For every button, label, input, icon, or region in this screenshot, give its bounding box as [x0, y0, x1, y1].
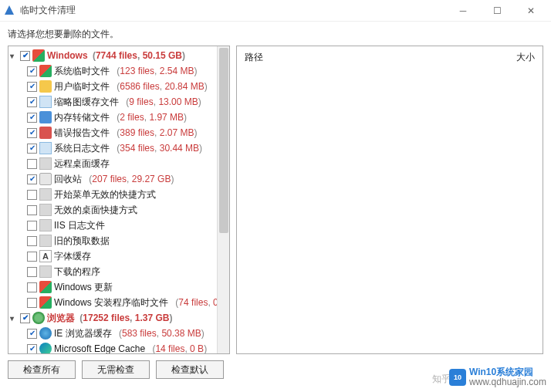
checkbox[interactable]: [27, 329, 37, 339]
tree-item[interactable]: IE 浏览器缓存 (583 files, 50.38 MB): [8, 326, 229, 341]
item-label: 系统临时文件: [54, 65, 110, 78]
titlebar: 临时文件清理 ─ ☐ ✕: [0, 0, 551, 22]
tree-item[interactable]: 内存转储文件 (2 files, 1.97 MB): [8, 110, 229, 125]
expander-icon[interactable]: ▾: [10, 52, 18, 60]
item-label: 无效的桌面快捷方式: [54, 204, 137, 217]
item-label: 开始菜单无效的快捷方式: [54, 188, 156, 201]
tree-group[interactable]: ▾Windows (7744 files, 50.15 GB): [8, 48, 229, 63]
close-button[interactable]: ✕: [520, 3, 542, 19]
checkbox[interactable]: [27, 97, 37, 107]
item-icon: [39, 204, 52, 216]
tree-item[interactable]: 远程桌面缓存: [8, 156, 229, 171]
app-icon: [3, 5, 15, 17]
item-label: 远程桌面缓存: [54, 157, 110, 171]
tree-item[interactable]: 回收站 (207 files, 29.27 GB): [8, 171, 229, 187]
details-panel: 路径 大小: [236, 46, 543, 354]
item-icon: [39, 142, 52, 154]
item-icon: [39, 281, 52, 293]
group-label: Windows: [47, 50, 88, 61]
checkbox[interactable]: [27, 159, 37, 169]
checkbox[interactable]: [27, 128, 37, 138]
scrollbar[interactable]: [217, 46, 229, 353]
tree-item[interactable]: 系统日志文件 (354 files, 30.44 MB): [8, 140, 229, 156]
item-icon: [39, 111, 52, 123]
checkbox[interactable]: [27, 221, 37, 231]
file-tree[interactable]: ▾Windows (7744 files, 50.15 GB)系统临时文件 (1…: [8, 46, 229, 353]
expander-icon[interactable]: ▾: [10, 314, 18, 323]
checkbox[interactable]: [20, 313, 30, 323]
checkbox[interactable]: [20, 51, 30, 61]
zhihu-watermark: 知乎: [432, 373, 451, 386]
tree-item[interactable]: 用户临时文件 (6586 files, 20.84 MB): [8, 79, 229, 94]
check-none-button[interactable]: 无需检查: [82, 360, 150, 379]
group-stats: (7744 files, 50.15 GB): [90, 50, 185, 61]
minimize-button[interactable]: ─: [452, 3, 474, 19]
checkbox[interactable]: [27, 113, 37, 123]
item-icon: [39, 188, 52, 201]
window-controls: ─ ☐ ✕: [452, 3, 548, 19]
checkbox[interactable]: [27, 252, 37, 262]
group-icon: [32, 49, 45, 62]
brand-logo-icon: 10: [449, 369, 466, 386]
item-label: 内存转储文件: [54, 111, 110, 124]
item-icon: [39, 265, 52, 278]
checkbox[interactable]: [27, 144, 37, 154]
item-icon: [39, 173, 52, 185]
check-all-button[interactable]: 检查所有: [8, 360, 76, 379]
item-label: IE 浏览器缓存: [54, 327, 112, 340]
item-icon: A: [39, 250, 52, 262]
item-label: 回收站: [54, 173, 82, 186]
item-icon: [39, 127, 52, 139]
maximize-button[interactable]: ☐: [486, 3, 508, 19]
checkbox[interactable]: [27, 344, 37, 354]
checkbox[interactable]: [27, 174, 37, 184]
item-label: 下载的程序: [54, 265, 100, 279]
tree-item[interactable]: IIS 日志文件: [8, 218, 229, 233]
scroll-thumb[interactable]: [219, 48, 228, 233]
checkbox[interactable]: [27, 205, 37, 215]
item-label: 旧的预取数据: [54, 235, 110, 248]
tree-item[interactable]: Windows 更新: [8, 279, 229, 295]
window-title: 临时文件清理: [20, 4, 452, 17]
item-label: 系统日志文件: [54, 142, 110, 155]
item-label: Windows 更新: [54, 281, 113, 294]
tree-item[interactable]: 下载的程序: [8, 264, 229, 279]
checkbox[interactable]: [27, 267, 37, 277]
details-header: 路径 大小: [237, 46, 543, 69]
tree-item[interactable]: 系统临时文件 (123 files, 2.54 MB): [8, 63, 229, 79]
tree-item[interactable]: Microsoft Edge Cache (14 files, 0 B): [8, 341, 229, 353]
item-icon: [39, 235, 52, 247]
tree-item[interactable]: 错误报告文件 (389 files, 2.07 MB): [8, 125, 229, 140]
item-icon: [39, 80, 52, 93]
column-path[interactable]: 路径: [245, 51, 516, 64]
item-label: IIS 日志文件: [54, 219, 105, 232]
checkbox[interactable]: [27, 66, 37, 76]
tree-group[interactable]: ▾浏览器 (17252 files, 1.37 GB): [8, 310, 229, 326]
tree-item[interactable]: Windows 安装程序临时文件 (74 files, 0 E: [8, 295, 229, 310]
item-icon: [39, 327, 52, 340]
tree-item[interactable]: A字体缓存: [8, 248, 229, 264]
brand-watermark: 10 Win10系统家园 www.qdhuajin.com: [449, 367, 546, 387]
checkbox[interactable]: [27, 190, 37, 200]
checkbox[interactable]: [27, 282, 37, 292]
group-label: 浏览器: [47, 312, 75, 325]
group-stats: (17252 files, 1.37 GB): [77, 313, 172, 323]
checkbox[interactable]: [27, 82, 37, 92]
item-icon: [39, 296, 52, 309]
check-default-button[interactable]: 检查默认: [156, 360, 224, 379]
item-icon: [39, 96, 52, 108]
item-icon: [39, 157, 52, 170]
item-label: 字体缓存: [54, 250, 91, 263]
tree-item[interactable]: 开始菜单无效的快捷方式: [8, 187, 229, 202]
item-label: 用户临时文件: [54, 80, 110, 93]
tree-item[interactable]: 无效的桌面快捷方式: [8, 202, 229, 218]
tree-item[interactable]: 旧的预取数据: [8, 233, 229, 248]
instruction-text: 请选择您想要删除的文件。: [0, 22, 551, 46]
item-label: Microsoft Edge Cache: [54, 343, 145, 353]
item-icon: [39, 343, 52, 353]
item-icon: [39, 219, 52, 231]
checkbox[interactable]: [27, 236, 37, 246]
column-size[interactable]: 大小: [516, 51, 535, 64]
checkbox[interactable]: [27, 298, 37, 308]
tree-item[interactable]: 缩略图缓存文件 (9 files, 13.00 MB): [8, 94, 229, 110]
